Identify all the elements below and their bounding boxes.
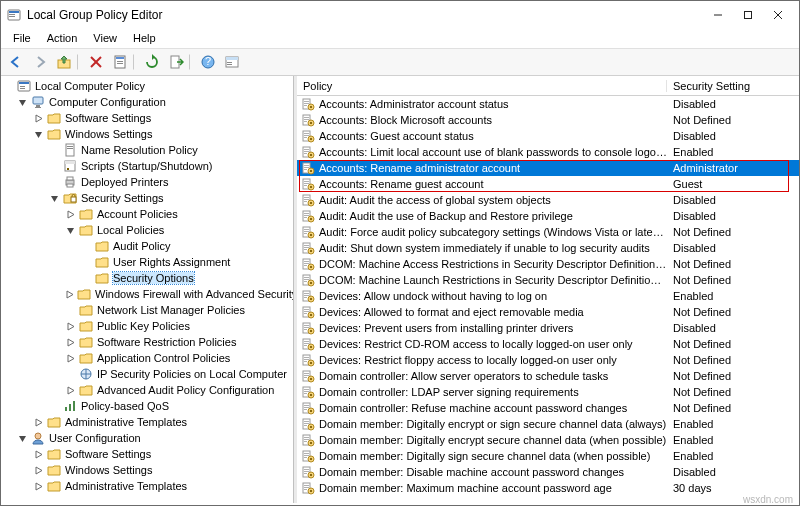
tree-item[interactable]: Network List Manager Policies <box>1 302 293 318</box>
folder-icon <box>77 287 91 301</box>
tree-item-label: User Rights Assignment <box>113 256 230 268</box>
expand-icon[interactable] <box>65 209 76 220</box>
expand-icon[interactable] <box>65 385 76 396</box>
policy-row[interactable]: Domain controller: Refuse machine accoun… <box>297 400 799 416</box>
policy-row[interactable]: Domain member: Digitally encrypt or sign… <box>297 416 799 432</box>
tree-item[interactable]: Name Resolution Policy <box>1 142 293 158</box>
tree-item-label: Audit Policy <box>113 240 170 252</box>
policy-row[interactable]: Accounts: Rename guest accountGuest <box>297 176 799 192</box>
tree-item[interactable]: IP Security Policies on Local Computer <box>1 366 293 382</box>
policy-row[interactable]: Devices: Allowed to format and eject rem… <box>297 304 799 320</box>
tree-item[interactable]: Deployed Printers <box>1 174 293 190</box>
policy-row[interactable]: Audit: Audit the use of Backup and Resto… <box>297 208 799 224</box>
expand-icon[interactable] <box>33 113 44 124</box>
no-expand <box>65 305 76 316</box>
policy-row[interactable]: Accounts: Block Microsoft accountsNot De… <box>297 112 799 128</box>
maximize-button[interactable] <box>733 6 763 24</box>
policy-row[interactable]: DCOM: Machine Launch Restrictions in Sec… <box>297 272 799 288</box>
expand-icon[interactable] <box>65 321 76 332</box>
collapse-icon[interactable] <box>17 97 28 108</box>
tree-item[interactable]: Account Policies <box>1 206 293 222</box>
menu-view[interactable]: View <box>85 31 125 45</box>
expand-icon[interactable] <box>65 337 76 348</box>
tree-item[interactable]: Windows Settings <box>1 126 293 142</box>
tree-item-label: Security Settings <box>81 192 164 204</box>
policy-row[interactable]: Domain controller: Allow server operator… <box>297 368 799 384</box>
tree-item-label: User Configuration <box>49 432 141 444</box>
expand-icon[interactable] <box>65 289 74 300</box>
refresh-button[interactable] <box>141 51 163 73</box>
tree-item[interactable]: Advanced Audit Policy Configuration <box>1 382 293 398</box>
tree-item[interactable]: Audit Policy <box>1 238 293 254</box>
policy-row[interactable]: Audit: Shut down system immediately if u… <box>297 240 799 256</box>
tree-item[interactable]: Software Settings <box>1 110 293 126</box>
policy-row[interactable]: Devices: Prevent users from installing p… <box>297 320 799 336</box>
policy-row[interactable]: Audit: Audit the access of global system… <box>297 192 799 208</box>
policy-row[interactable]: Accounts: Rename administrator accountAd… <box>297 160 799 176</box>
tree-item[interactable]: Administrative Templates <box>1 414 293 430</box>
policy-row[interactable]: DCOM: Machine Access Restrictions in Sec… <box>297 256 799 272</box>
tree-item[interactable]: Public Key Policies <box>1 318 293 334</box>
policy-row[interactable]: Devices: Allow undock without having to … <box>297 288 799 304</box>
policy-row[interactable]: Domain member: Digitally encrypt secure … <box>297 432 799 448</box>
tree-item[interactable]: Local Policies <box>1 222 293 238</box>
collapse-icon[interactable] <box>33 129 44 140</box>
tree-item[interactable]: Local Computer Policy <box>1 78 293 94</box>
forward-button[interactable] <box>29 51 51 73</box>
tree-item[interactable]: Security Settings <box>1 190 293 206</box>
tree-item[interactable]: Security Options <box>1 270 293 286</box>
expand-icon[interactable] <box>33 417 44 428</box>
policy-row[interactable]: Domain member: Disable machine account p… <box>297 464 799 480</box>
policy-row[interactable]: Devices: Restrict floppy access to local… <box>297 352 799 368</box>
back-button[interactable] <box>5 51 27 73</box>
policy-row[interactable]: Accounts: Limit local account use of bla… <box>297 144 799 160</box>
column-setting[interactable]: Security Setting <box>667 80 799 92</box>
tree-item[interactable]: Scripts (Startup/Shutdown) <box>1 158 293 174</box>
policy-row[interactable]: Accounts: Administrator account statusDi… <box>297 96 799 112</box>
delete-button[interactable] <box>85 51 107 73</box>
tree-pane[interactable]: Local Computer PolicyComputer Configurat… <box>1 76 294 503</box>
policy-row[interactable]: Audit: Force audit policy subcategory se… <box>297 224 799 240</box>
show-hide-button[interactable] <box>221 51 243 73</box>
tree-item-label: Deployed Printers <box>81 176 168 188</box>
policy-row[interactable]: Accounts: Guest account statusDisabled <box>297 128 799 144</box>
expand-icon[interactable] <box>65 353 76 364</box>
expand-icon[interactable] <box>33 481 44 492</box>
expand-icon[interactable] <box>33 449 44 460</box>
menu-action[interactable]: Action <box>39 31 86 45</box>
tree-item[interactable]: Software Settings <box>1 446 293 462</box>
policy-row[interactable]: Domain member: Digitally sign secure cha… <box>297 448 799 464</box>
no-expand <box>3 81 14 92</box>
policy-row[interactable]: Devices: Restrict CD-ROM access to local… <box>297 336 799 352</box>
tree-item[interactable]: Administrative Templates <box>1 478 293 494</box>
collapse-icon[interactable] <box>65 225 76 236</box>
tree-item[interactable]: Policy-based QoS <box>1 398 293 414</box>
collapse-icon[interactable] <box>49 193 60 204</box>
menu-file[interactable]: File <box>5 31 39 45</box>
list-body[interactable]: Accounts: Administrator account statusDi… <box>297 96 799 503</box>
policy-row[interactable]: Domain member: Maximum machine account p… <box>297 480 799 496</box>
tree-item-label: Windows Settings <box>65 128 152 140</box>
tree-item[interactable]: Computer Configuration <box>1 94 293 110</box>
column-policy[interactable]: Policy <box>297 80 667 92</box>
tree-item[interactable]: Windows Firewall with Advanced Security <box>1 286 293 302</box>
tree-item-label: Software Settings <box>65 448 151 460</box>
tree-item[interactable]: User Configuration <box>1 430 293 446</box>
close-button[interactable] <box>763 6 793 24</box>
policy-row[interactable]: Domain controller: LDAP server signing r… <box>297 384 799 400</box>
tree-item[interactable]: Application Control Policies <box>1 350 293 366</box>
expand-icon[interactable] <box>33 465 44 476</box>
menu-help[interactable]: Help <box>125 31 164 45</box>
policy-setting: Disabled <box>667 322 799 334</box>
tree-item[interactable]: Software Restriction Policies <box>1 334 293 350</box>
policy-icon <box>301 337 315 351</box>
help-button[interactable]: ? <box>197 51 219 73</box>
tree-item[interactable]: User Rights Assignment <box>1 254 293 270</box>
properties-button[interactable] <box>109 51 131 73</box>
svg-text:?: ? <box>205 55 211 67</box>
minimize-button[interactable] <box>703 6 733 24</box>
up-button[interactable] <box>53 51 75 73</box>
tree-item[interactable]: Windows Settings <box>1 462 293 478</box>
collapse-icon[interactable] <box>17 433 28 444</box>
export-button[interactable] <box>165 51 187 73</box>
